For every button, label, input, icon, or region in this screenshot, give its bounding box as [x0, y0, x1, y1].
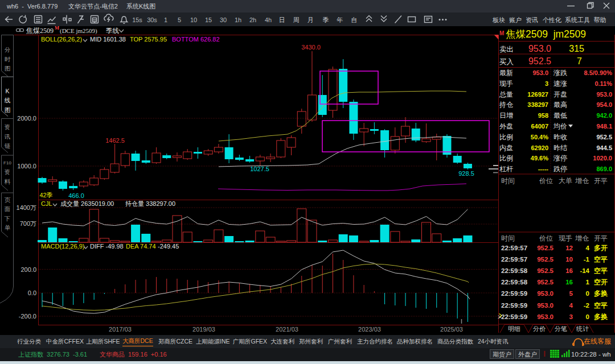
svg-text:分笔: 分笔	[555, 325, 567, 332]
svg-text:22:59:59: 22:59:59	[501, 290, 527, 297]
svg-text:开盘: 开盘	[554, 90, 567, 98]
svg-text:开平: 开平	[594, 234, 608, 242]
svg-text:DEA 74.74: DEA 74.74	[126, 243, 156, 250]
svg-text:成交量 2635019.00: 成交量 2635019.00	[60, 200, 114, 207]
svg-text:952.5: 952.5	[537, 245, 554, 251]
svg-text:869.0: 869.0	[596, 166, 612, 172]
svg-text:持仓: 持仓	[499, 101, 513, 109]
svg-text:外盘: 外盘	[499, 122, 513, 130]
svg-text:-----: -----	[538, 166, 549, 172]
svg-text:62920: 62920	[531, 144, 548, 151]
svg-text:928.5: 928.5	[458, 170, 474, 177]
svg-text:2017/03: 2017/03	[109, 326, 132, 333]
svg-text:DIFF -49.98: DIFF -49.98	[90, 243, 124, 250]
svg-text:953.0: 953.0	[596, 91, 612, 98]
svg-text:7: 7	[577, 56, 582, 66]
svg-text:16: 16	[565, 279, 573, 286]
svg-text:10: 10	[565, 256, 573, 263]
svg-text:64007: 64007	[531, 123, 548, 130]
svg-text:昨结: 昨结	[554, 144, 567, 152]
svg-text:-2: -2	[584, 302, 589, 309]
svg-text:买入: 买入	[499, 58, 514, 66]
svg-text:700万: 700万	[20, 220, 36, 227]
svg-text:338297: 338297	[527, 101, 548, 108]
svg-text:-14: -14	[580, 267, 589, 274]
svg-text:日: 日	[279, 16, 285, 23]
svg-text:50.4%: 50.4%	[531, 134, 548, 140]
svg-text:-249.45: -249.45	[158, 243, 179, 250]
svg-text:F10: F10	[3, 160, 11, 166]
svg-text:分价: 分价	[533, 325, 546, 332]
svg-text:统计: 统计	[576, 325, 589, 332]
svg-text:现手: 现手	[559, 234, 572, 242]
svg-text:4h: 4h	[265, 16, 272, 23]
svg-text:126927: 126927	[527, 91, 548, 98]
svg-text:持仓量 338297.00: 持仓量 338297.00	[125, 200, 175, 207]
svg-text:953.0: 953.0	[528, 44, 551, 53]
svg-text:涨跌: 涨跌	[553, 69, 567, 77]
svg-text:账户: 账户	[509, 16, 522, 23]
svg-text:系统工具: 系统工具	[565, 16, 590, 23]
svg-text:958: 958	[538, 112, 548, 119]
svg-text:资: 资	[5, 168, 11, 175]
svg-text:BOLL(26,26,2): BOLL(26,26,2)	[41, 36, 82, 43]
svg-text:22:59:58: 22:59:58	[501, 279, 528, 286]
svg-text:200.0: 200.0	[20, 266, 36, 273]
svg-text:开平: 开平	[594, 177, 608, 185]
svg-text:时间: 时间	[501, 234, 515, 242]
svg-text:比例: 比例	[499, 154, 513, 162]
svg-text:15: 15	[205, 16, 212, 23]
svg-text:速涨: 速涨	[554, 80, 567, 88]
svg-text:卖出: 卖出	[499, 46, 514, 53]
svg-text:952.5: 952.5	[537, 267, 554, 274]
svg-text:日增: 日增	[499, 111, 513, 119]
svg-text:多换: 多换	[594, 313, 608, 321]
svg-text:942.0: 942.0	[596, 112, 612, 119]
svg-text:953.0: 953.0	[537, 290, 554, 297]
svg-text:MID 1601.38: MID 1601.38	[90, 36, 126, 43]
svg-text:4: 4	[569, 302, 573, 309]
svg-text:953.0: 953.0	[537, 313, 554, 320]
svg-text:10: 10	[190, 16, 197, 23]
svg-text:价位: 价位	[539, 234, 553, 242]
svg-text:总量: 总量	[499, 90, 513, 98]
svg-text:1: 1	[164, 16, 167, 23]
svg-text:月: 月	[308, 16, 314, 23]
svg-text:图: 图	[5, 65, 11, 72]
svg-text:涨停: 涨停	[553, 154, 567, 162]
svg-text:952.5: 952.5	[528, 56, 551, 66]
svg-text:增仓: 增仓	[575, 177, 589, 185]
svg-text:空平: 空平	[594, 267, 608, 275]
svg-text:M: M	[55, 25, 59, 31]
svg-text:2019/03: 2019/03	[192, 326, 215, 333]
svg-text:0: 0	[586, 313, 589, 320]
svg-text:多开: 多开	[594, 244, 608, 252]
svg-text:12: 12	[565, 245, 573, 251]
svg-text:内盘: 内盘	[499, 144, 513, 152]
svg-text:季线: 季线	[106, 27, 120, 34]
svg-text:0.0: 0.0	[28, 289, 36, 296]
svg-text:954.0: 954.0	[596, 101, 612, 108]
svg-text:1020.0: 1020.0	[593, 155, 612, 162]
svg-text:K: K	[5, 88, 9, 94]
svg-text:1400万: 1400万	[17, 204, 36, 211]
svg-text:3: 3	[569, 313, 573, 320]
svg-text:0.11%: 0.11%	[594, 80, 612, 87]
svg-text:分: 分	[5, 46, 11, 53]
svg-text:2000.0: 2000.0	[17, 115, 36, 122]
svg-text:昨收: 昨收	[554, 133, 567, 141]
svg-text:焦煤2509: 焦煤2509	[26, 27, 54, 35]
svg-text:2021/03: 2021/03	[276, 326, 298, 333]
svg-text:空平: 空平	[594, 255, 608, 263]
svg-text:线: 线	[5, 97, 11, 104]
svg-text:952.5: 952.5	[596, 134, 612, 140]
svg-text:时: 时	[5, 56, 11, 63]
svg-text:跌停: 跌停	[554, 165, 567, 173]
svg-text:下: 下	[4, 215, 11, 222]
svg-text:帮助: 帮助	[594, 16, 606, 23]
svg-text:年: 年	[337, 16, 343, 23]
svg-text:BOTTOM 626.82: BOTTOM 626.82	[172, 36, 220, 43]
svg-text:CJL: CJL	[41, 200, 52, 207]
svg-text:讯: 讯	[4, 133, 11, 140]
svg-text:现手: 现手	[499, 80, 513, 88]
